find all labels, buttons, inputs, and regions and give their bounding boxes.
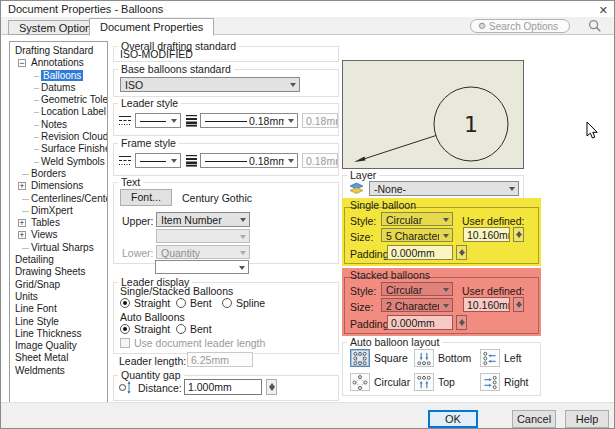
tree-item-dimensions[interactable]: +Dimensions <box>10 180 107 192</box>
circular-layout-icon[interactable] <box>350 373 370 391</box>
leader-line-style-select[interactable] <box>135 113 181 128</box>
stacked-padding-field[interactable]: 0.000mm <box>387 315 453 330</box>
tree-item-weld-symbols[interactable]: Weld Symbols <box>10 156 107 168</box>
distance-field[interactable]: 1.000mm <box>184 379 262 395</box>
tree-item-line-thickness[interactable]: Line Thickness <box>10 328 107 340</box>
bottom-layout-icon[interactable] <box>414 349 434 367</box>
single-style-value: Circular <box>386 214 439 226</box>
tree-item-line-font[interactable]: Line Font <box>10 303 107 315</box>
expand-plus-icon[interactable]: + <box>18 182 26 190</box>
radio-auto-straight[interactable]: Straight <box>120 323 170 335</box>
auto-layout-bottom-button[interactable]: Bottom <box>414 349 471 367</box>
ok-button[interactable]: OK <box>428 410 478 428</box>
expand-plus-icon[interactable]: + <box>18 231 26 239</box>
tree-item-views[interactable]: +Views <box>10 229 107 241</box>
tree-item-geometric-tolerances[interactable]: Geometric Tolerances <box>10 94 107 106</box>
leader-arrowhead <box>354 157 366 163</box>
single-padding-field[interactable]: 0.000mm <box>387 245 453 260</box>
leader-thickness-select[interactable]: 0.18mm <box>200 113 298 128</box>
radio-auto-bent[interactable]: Bent <box>176 323 212 335</box>
search-input[interactable]: ⚙ Search Options <box>470 19 570 33</box>
help-button[interactable]: Help <box>565 410 609 428</box>
tree-item-image-quality[interactable]: Image Quality <box>10 340 107 352</box>
expand-plus-icon[interactable]: + <box>18 219 26 227</box>
search-placeholder: Search Options <box>489 21 558 32</box>
single-user-defined-spinner[interactable] <box>513 227 524 242</box>
top-layout-icon[interactable] <box>414 373 434 391</box>
auto-layout-circular-button[interactable]: Circular <box>350 373 410 391</box>
single-user-defined-field[interactable]: 10.160mm <box>463 227 510 242</box>
auto-layout-right-button[interactable]: Right <box>480 373 529 391</box>
tree-item-drawing-sheets[interactable]: Drawing Sheets <box>10 266 107 278</box>
tree-item-label: Sheet Metal <box>15 352 68 363</box>
leader-style-group: Leader style 0.18mm 0.18mm <box>113 103 339 136</box>
distance-spinner[interactable] <box>266 379 277 395</box>
tree-item-surface-finishes[interactable]: Surface Finishes <box>10 143 107 155</box>
tree-item-tables[interactable]: +Tables <box>10 217 107 229</box>
tree-item-sheet-metal[interactable]: Sheet Metal <box>10 352 107 364</box>
stacked-user-defined-field[interactable]: 10.160mm <box>463 297 510 312</box>
tree-item-grid-snap[interactable]: Grid/Snap <box>10 279 107 291</box>
frame-custom-thickness-field[interactable]: 0.18mm <box>302 153 338 168</box>
base-standard-select[interactable]: ISO <box>120 77 300 92</box>
cancel-button[interactable]: Cancel <box>512 410 556 428</box>
tree-item-detailing[interactable]: Detailing <box>10 254 107 266</box>
chevron-down-icon <box>288 159 294 163</box>
tree-item-borders[interactable]: Borders <box>10 168 107 180</box>
tree-item-line-style[interactable]: Line Style <box>10 316 107 328</box>
single-padding-spinner[interactable] <box>456 245 467 260</box>
chevron-down-icon <box>240 218 246 222</box>
tree-item-centerlines-center-marks[interactable]: Centerlines/Center Marks <box>10 193 107 205</box>
auto-balloon-layout-group: Auto balloon layout SquareBottomLeftCirc… <box>342 342 541 396</box>
chevron-down-icon <box>171 159 177 163</box>
upper-select[interactable]: Item Number <box>156 212 250 227</box>
tree-item-revision-clouds[interactable]: Revision Clouds <box>10 131 107 143</box>
font-button[interactable]: Font... <box>120 189 172 206</box>
tree-item-dimxpert[interactable]: DimXpert <box>10 205 107 217</box>
stacked-style-select[interactable]: Circular <box>381 282 453 296</box>
tree-item-label: Annotations <box>31 57 84 68</box>
search-icon[interactable] <box>588 19 602 33</box>
tree-item-annotations[interactable]: −Annotations <box>10 57 107 69</box>
lower-custom-select[interactable] <box>155 260 249 274</box>
radio-dot <box>120 298 130 308</box>
radio-spline[interactable]: Spline <box>222 297 265 309</box>
tree-item-drafting-standard[interactable]: Drafting Standard <box>10 45 107 57</box>
tab-strip: System Options Document Properties ⚙ Sea… <box>1 17 614 35</box>
single-style-select[interactable]: Circular <box>381 212 453 226</box>
tree-item-datums[interactable]: Datums <box>10 82 107 94</box>
radio-bent[interactable]: Bent <box>176 297 212 309</box>
square-layout-icon[interactable] <box>350 349 370 367</box>
tree-item-units[interactable]: Units <box>10 291 107 303</box>
line-sample <box>205 161 247 162</box>
auto-layout-square-button[interactable]: Square <box>350 349 408 367</box>
text-group-label: Text <box>118 176 143 188</box>
frame-line-style-select[interactable] <box>135 153 181 168</box>
tree-item-label: Image Quality <box>15 340 77 351</box>
tree-item-label: Borders <box>31 168 66 179</box>
tree-item-virtual-sharps[interactable]: Virtual Sharps <box>10 242 107 254</box>
stacked-size-select[interactable]: 2 Characters <box>381 298 453 312</box>
style-label: Style: <box>350 215 376 227</box>
leader-custom-thickness-field[interactable]: 0.18mm <box>302 113 338 128</box>
stacked-user-defined-spinner[interactable] <box>513 297 524 312</box>
tree-item-weldments[interactable]: Weldments <box>10 365 107 377</box>
frame-thickness-select[interactable]: 0.18mm <box>200 153 298 168</box>
stacked-padding-spinner[interactable] <box>456 315 467 330</box>
auto-layout-top-button[interactable]: Top <box>414 373 455 391</box>
layer-select[interactable]: -None- <box>369 181 519 196</box>
tree-item-notes[interactable]: Notes <box>10 119 107 131</box>
single-size-select[interactable]: 5 Characters <box>381 228 453 242</box>
tree-item-balloons[interactable]: Balloons <box>10 70 107 82</box>
close-icon[interactable]: ✕ <box>599 4 608 17</box>
radio-straight[interactable]: Straight <box>120 297 170 309</box>
chevron-down-icon <box>443 234 449 238</box>
right-layout-icon[interactable] <box>480 373 500 391</box>
left-layout-icon[interactable] <box>480 349 500 367</box>
tab-document-properties[interactable]: Document Properties <box>89 18 214 36</box>
auto-layout-left-button[interactable]: Left <box>480 349 522 367</box>
tree-branch-line <box>34 125 39 126</box>
tree-item-location-label[interactable]: Location Label <box>10 106 107 118</box>
auto-layout-button-label: Bottom <box>438 352 471 364</box>
collapse-minus-icon[interactable]: − <box>18 59 26 67</box>
